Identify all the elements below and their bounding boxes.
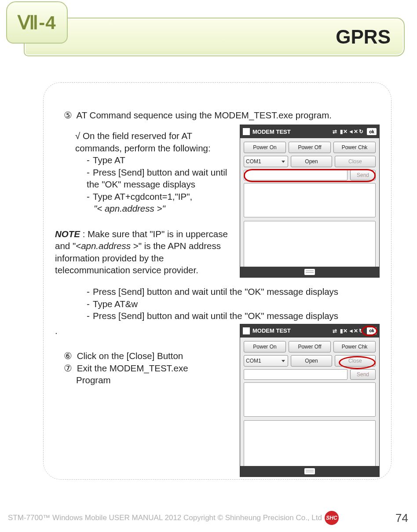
- step-5-item-2-text: Press [Send] button and wait until the "…: [87, 167, 227, 189]
- send-button[interactable]: Send: [350, 170, 376, 180]
- steps-6-7-text: . ⑥ Click on the [Close] Button ⑦ Exit t…: [55, 324, 235, 386]
- note-label: NOTE: [55, 229, 80, 239]
- antenna-icon: ▮✕: [340, 327, 348, 335]
- content-box: ⑤ AT Command sequence using the MODEM_TE…: [43, 82, 391, 480]
- step-5-item-4: "< apn.address >": [94, 202, 235, 214]
- check-mark-icon: √: [75, 131, 83, 141]
- title-bar: GPRS: [24, 18, 405, 56]
- open-button-2[interactable]: Open: [291, 355, 332, 367]
- step-5-item-4-text: "< apn.address >": [94, 203, 165, 213]
- keyboard-icon[interactable]: [304, 468, 315, 474]
- step-5-checkline: √ On the field reserved for AT commands,…: [75, 130, 235, 154]
- step-5-checkline-text: On the field reserved for AT commands, p…: [75, 131, 211, 153]
- step-7-text-line1: Exit the MODEM_TEST.exe: [77, 363, 188, 373]
- power-chk-button[interactable]: Power Chk: [333, 142, 376, 153]
- step-5-number: ⑤: [64, 109, 74, 121]
- step-5-item-1-text: Type AT: [93, 155, 125, 165]
- open-button[interactable]: Open: [291, 156, 332, 167]
- send-button-2[interactable]: Send: [350, 369, 376, 380]
- antenna-icon: ▮✕: [340, 128, 348, 136]
- com-combo-2[interactable]: COM1: [244, 355, 288, 367]
- ok-button[interactable]: ok: [367, 128, 377, 135]
- windows-flag-icon: [243, 327, 250, 334]
- signal-icon: ⇄: [331, 327, 339, 335]
- step-5-heading: ⑤ AT Command sequence using the MODEM_TE…: [64, 109, 380, 121]
- page-header: GPRS Ⅶ-4: [0, 0, 417, 59]
- power-chk-button-2[interactable]: Power Chk: [333, 341, 376, 352]
- section-tab-label: Ⅶ-4: [18, 12, 56, 33]
- com-combo[interactable]: COM1: [244, 156, 288, 167]
- power-on-button-2[interactable]: Power On: [244, 341, 286, 352]
- note-apn: apn.address: [81, 241, 131, 251]
- step-5-after-3: -Press [Send] button and wait until the …: [87, 310, 380, 322]
- page-title: GPRS: [336, 26, 391, 48]
- step-7: ⑦ Exit the MODEM_TEST.exe: [64, 362, 235, 374]
- com-combo-value: COM1: [246, 158, 261, 165]
- page-number: 74: [395, 511, 408, 525]
- step-5-after-3-text: Press [Send] button and wait until the "…: [93, 311, 338, 321]
- speaker-icon: ◄✕: [348, 327, 356, 335]
- ok-button-2[interactable]: ok: [367, 327, 377, 334]
- step-6: ⑥ Click on the [Close] Button: [64, 350, 235, 362]
- modem-body: Power On Power Off Power Chk COM1 Open C…: [240, 138, 379, 267]
- modem-taskbar-2: [240, 466, 379, 477]
- modem-title-text: MODEM TEST: [252, 128, 291, 136]
- step-5-item-3-text: Type AT+cgdcont=1,"IP",: [93, 191, 192, 202]
- stray-period: .: [55, 325, 235, 337]
- step-6-text: Click on the [Close] Button: [77, 351, 183, 361]
- step-5-item-1: -Type AT: [87, 154, 235, 166]
- close-button-2[interactable]: Close: [335, 355, 376, 367]
- modem-titlebar-2: MODEM TEST ⇄ ▮✕ ◄✕ ↻ ok: [240, 324, 379, 338]
- step-7-number: ⑦: [64, 362, 74, 374]
- sync-icon: ↻: [357, 128, 365, 136]
- modem-screenshot-2: MODEM TEST ⇄ ▮✕ ◄✕ ↻ ok Power On Power O…: [240, 324, 380, 477]
- step-5-text: AT Command sequence using the MODEM_TEST…: [77, 110, 332, 120]
- modem-title-text-2: MODEM TEST: [252, 327, 291, 334]
- power-off-button[interactable]: Power Off: [289, 142, 331, 153]
- step-5-after-list: -Press [Send] button and wait until the …: [55, 286, 380, 322]
- sync-icon: ↻: [357, 327, 365, 335]
- step-6-number: ⑥: [64, 350, 74, 362]
- signal-icon: ⇄: [331, 128, 339, 136]
- footer-text: STM-7700™ Windows Mobile USER MANUAL 201…: [8, 514, 322, 522]
- step-5-item-2: -Press [Send] button and wait until the …: [87, 166, 235, 191]
- keyboard-icon[interactable]: [304, 269, 315, 275]
- power-off-button-2[interactable]: Power Off: [289, 341, 331, 352]
- windows-flag-icon: [243, 128, 250, 135]
- at-command-input[interactable]: [244, 170, 348, 180]
- step-5-after-1-text: Press [Send] button and wait until the "…: [93, 286, 338, 297]
- at-command-input-2[interactable]: [244, 369, 348, 380]
- modem-screenshot-1: MODEM TEST ⇄ ▮✕ ◄✕ ↻ ok Power On Power O…: [240, 125, 380, 278]
- step-5-after-2-text: Type AT&w: [93, 299, 138, 309]
- step-5-details: √ On the field reserved for AT commands,…: [55, 125, 235, 276]
- com-combo-value-2: COM1: [246, 357, 261, 364]
- step-7-text-line2: Program: [76, 375, 111, 385]
- shc-logo: SHC: [325, 511, 339, 525]
- modem-titlebar: MODEM TEST ⇄ ▮✕ ◄✕ ↻ ok: [240, 125, 379, 138]
- log-pane-2b: [244, 420, 376, 470]
- step-5-after-1: -Press [Send] button and wait until the …: [87, 286, 380, 297]
- step-5-after-2: -Type AT&w: [87, 298, 380, 310]
- close-button[interactable]: Close: [335, 156, 376, 167]
- log-pane-2: [244, 221, 376, 271]
- step-5-row: √ On the field reserved for AT commands,…: [55, 125, 380, 278]
- section-tab: Ⅶ-4: [6, 1, 68, 44]
- step-5-item-3: -Type AT+cgdcont=1,"IP",: [87, 191, 235, 202]
- note-block: NOTE : Make sure that "IP" is in upperca…: [55, 228, 235, 276]
- power-on-button[interactable]: Power On: [244, 142, 286, 153]
- modem-taskbar: [240, 267, 379, 277]
- step-7-line2: Program: [76, 374, 235, 386]
- log-pane-1: [244, 183, 376, 217]
- page-footer: STM-7700™ Windows Mobile USER MANUAL 201…: [0, 509, 417, 527]
- speaker-icon: ◄✕: [348, 128, 356, 136]
- log-pane-1b: [244, 382, 376, 417]
- steps-6-7-row: . ⑥ Click on the [Close] Button ⑦ Exit t…: [55, 324, 380, 477]
- modem-body-2: Power On Power Off Power Chk COM1 Open C…: [240, 338, 379, 466]
